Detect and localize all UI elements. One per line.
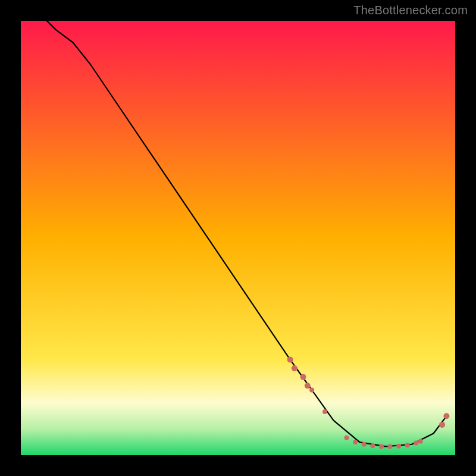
curve-layer	[21, 21, 455, 455]
data-marker	[396, 444, 401, 449]
data-marker	[287, 356, 293, 362]
data-marker	[443, 413, 449, 419]
data-marker	[379, 444, 384, 449]
data-marker	[309, 387, 314, 392]
data-marker	[370, 443, 375, 448]
data-marker	[414, 441, 418, 446]
data-marker	[439, 422, 445, 428]
data-markers	[287, 356, 450, 449]
data-marker	[362, 442, 367, 447]
data-marker	[344, 436, 349, 440]
plot-area	[21, 21, 455, 455]
data-marker	[305, 383, 311, 389]
attribution-label: TheBottlenecker.com	[353, 4, 468, 17]
data-marker	[418, 439, 423, 444]
chart-frame: TheBottlenecker.com	[0, 0, 476, 476]
data-marker	[292, 365, 298, 371]
data-marker	[387, 444, 392, 449]
data-marker	[300, 374, 306, 380]
data-marker	[405, 443, 410, 447]
data-marker	[353, 440, 358, 444]
data-marker	[322, 409, 327, 414]
bottleneck-curve	[47, 21, 447, 446]
